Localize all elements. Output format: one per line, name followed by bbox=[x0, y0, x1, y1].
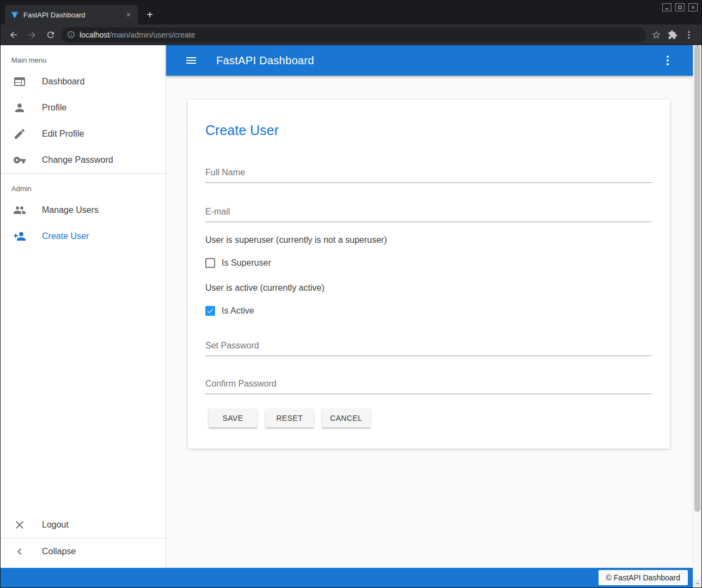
sidebar-item-label: Manage Users bbox=[42, 205, 99, 215]
sidebar-item-edit-profile[interactable]: Edit Profile bbox=[1, 121, 166, 147]
hamburger-menu-button[interactable] bbox=[181, 51, 201, 70]
browser-window: FastAPI Dashboard + bbox=[0, 0, 702, 588]
main-area: FastAPI Dashboard Create User User is su… bbox=[166, 45, 693, 568]
active-hint: User is active (currently active) bbox=[205, 283, 652, 293]
scrollbar-down-arrow[interactable] bbox=[693, 580, 701, 587]
dashboard-icon bbox=[13, 75, 26, 88]
page-scrollbar[interactable] bbox=[693, 45, 701, 587]
browser-tab[interactable]: FastAPI Dashboard bbox=[5, 5, 138, 24]
sidebar-item-dashboard[interactable]: Dashboard bbox=[1, 69, 166, 95]
scrollbar-thumb[interactable] bbox=[694, 45, 700, 512]
superuser-hint: User is superuser (currently is not a su… bbox=[205, 235, 652, 245]
sidebar-item-manage-users[interactable]: Manage Users bbox=[1, 197, 166, 223]
person-add-icon bbox=[13, 230, 26, 243]
sidebar-item-profile[interactable]: Profile bbox=[1, 95, 166, 121]
url-text: localhost/main/admin/users/create bbox=[80, 30, 195, 39]
url-field[interactable]: localhost/main/admin/users/create bbox=[62, 27, 646, 42]
sidebar-spacer bbox=[1, 249, 166, 512]
sidebar-item-change-password[interactable]: Change Password bbox=[1, 147, 166, 173]
is-active-label: Is Active bbox=[222, 306, 254, 316]
reload-icon bbox=[46, 30, 56, 40]
key-icon bbox=[13, 154, 26, 167]
sidebar-item-label: Collapse bbox=[42, 547, 76, 556]
sidebar-item-label: Edit Profile bbox=[42, 129, 84, 139]
extensions-icon[interactable] bbox=[668, 30, 677, 40]
email-input[interactable] bbox=[205, 206, 652, 222]
bookmark-star-icon[interactable] bbox=[651, 30, 661, 40]
appbar-title: FastAPI Dashboard bbox=[216, 54, 643, 67]
sidebar-item-label: Create User bbox=[42, 231, 89, 241]
is-superuser-label: Is Superuser bbox=[222, 258, 271, 268]
kebab-menu-icon bbox=[661, 54, 674, 67]
page-body: Main menu Dashboard Profile Edit Profile bbox=[1, 45, 693, 568]
sidebar-collapse-button[interactable]: Collapse bbox=[1, 538, 166, 565]
is-active-row[interactable]: Is Active bbox=[205, 306, 652, 316]
forward-button[interactable] bbox=[25, 27, 40, 42]
page-column: Main menu Dashboard Profile Edit Profile bbox=[1, 45, 693, 587]
sidebar-divider bbox=[1, 173, 166, 174]
url-path: /main/admin/users/create bbox=[109, 30, 195, 39]
address-bar-actions bbox=[649, 30, 696, 40]
footer-copyright: © FastAPI Dashboard bbox=[599, 570, 688, 585]
confirm-password-input[interactable] bbox=[205, 378, 652, 394]
footer-copyright-text: © FastAPI Dashboard bbox=[606, 573, 680, 582]
sidebar-item-label: Dashboard bbox=[42, 77, 84, 87]
check-icon bbox=[206, 307, 214, 315]
vuetify-logo-icon bbox=[10, 10, 19, 19]
sidebar-item-logout[interactable]: Logout bbox=[1, 512, 166, 538]
reload-button[interactable] bbox=[43, 27, 58, 42]
browser-tab-bar: FastAPI Dashboard + bbox=[1, 1, 701, 24]
hamburger-icon bbox=[185, 54, 198, 67]
is-active-checkbox[interactable] bbox=[205, 306, 215, 316]
person-icon bbox=[13, 101, 26, 114]
form-buttons: SAVE RESET CANCEL bbox=[205, 408, 652, 427]
sidebar-item-create-user[interactable]: Create User bbox=[1, 223, 166, 249]
new-tab-button[interactable]: + bbox=[142, 7, 157, 22]
arrow-down-icon bbox=[695, 581, 700, 586]
reset-button[interactable]: RESET bbox=[265, 408, 314, 427]
sidebar-section-main-menu: Main menu bbox=[11, 56, 166, 64]
arrow-forward-icon bbox=[27, 30, 37, 40]
page-viewport: Main menu Dashboard Profile Edit Profile bbox=[1, 45, 701, 587]
content-area: Create User User is superuser (currently… bbox=[166, 76, 693, 568]
back-button[interactable] bbox=[6, 27, 21, 42]
browser-address-bar: localhost/main/admin/users/create bbox=[1, 24, 701, 45]
sidebar-item-label: Profile bbox=[42, 103, 66, 113]
app-bar: FastAPI Dashboard bbox=[166, 45, 693, 76]
site-info-icon bbox=[67, 30, 75, 39]
scrollbar-track[interactable] bbox=[693, 512, 701, 580]
cancel-button[interactable]: CANCEL bbox=[322, 408, 370, 427]
browser-menu-kebab-icon[interactable] bbox=[684, 30, 694, 40]
chevron-left-icon bbox=[13, 545, 26, 558]
sidebar-section-admin: Admin bbox=[11, 185, 166, 193]
close-icon bbox=[13, 518, 26, 531]
save-button[interactable]: SAVE bbox=[209, 408, 257, 427]
sidebar: Main menu Dashboard Profile Edit Profile bbox=[1, 45, 166, 568]
create-user-card: Create User User is superuser (currently… bbox=[188, 100, 670, 449]
app-footer: © FastAPI Dashboard bbox=[1, 568, 693, 587]
window-maximize-button[interactable] bbox=[675, 3, 685, 11]
page-title: Create User bbox=[205, 122, 652, 138]
window-minimize-button[interactable] bbox=[662, 3, 672, 11]
pencil-icon bbox=[13, 127, 26, 140]
sidebar-item-label: Change Password bbox=[42, 155, 113, 165]
window-controls bbox=[662, 3, 698, 11]
window-close-button[interactable] bbox=[688, 3, 698, 11]
is-superuser-checkbox[interactable] bbox=[205, 258, 215, 268]
tab-close-icon[interactable] bbox=[124, 10, 133, 20]
is-superuser-row[interactable]: Is Superuser bbox=[205, 258, 652, 268]
set-password-input[interactable] bbox=[205, 340, 652, 356]
people-icon bbox=[13, 204, 26, 217]
url-host: localhost bbox=[80, 30, 109, 39]
sidebar-item-label: Logout bbox=[42, 520, 69, 530]
full-name-input[interactable] bbox=[205, 167, 652, 183]
tab-title: FastAPI Dashboard bbox=[23, 11, 119, 19]
appbar-menu-button[interactable] bbox=[658, 51, 677, 70]
arrow-back-icon bbox=[9, 30, 19, 40]
